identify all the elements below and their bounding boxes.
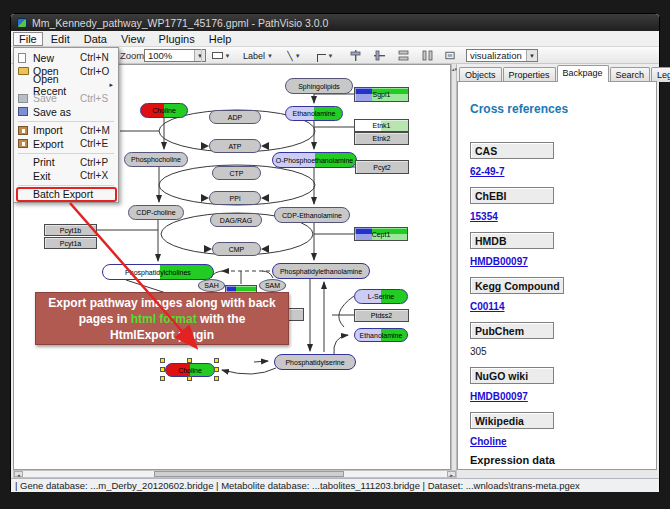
menu-item-new[interactable]: NewCtrl+N: [14, 51, 118, 65]
selection-handle[interactable]: [160, 367, 165, 372]
node-sphingolipids[interactable]: Sphingolipids: [285, 78, 353, 94]
xref-link[interactable]: C00114: [470, 301, 504, 312]
datanode-icon: [212, 52, 223, 59]
menu-item-save[interactable]: SaveCtrl+S: [14, 92, 118, 106]
selection-handle[interactable]: [214, 367, 219, 372]
chevron-down-icon[interactable]: ▼: [194, 50, 205, 61]
datanode-tool-button[interactable]: ▼: [207, 48, 235, 63]
chevron-down-icon[interactable]: ▼: [225, 53, 231, 59]
menu-file[interactable]: File: [13, 32, 43, 46]
hscroll-thumb[interactable]: [154, 471, 344, 477]
callout-highlight: html format: [131, 312, 197, 326]
xref-title: Kegg Compound: [470, 277, 564, 294]
side-panel: Objects Properties Backpage Search Legen…: [457, 64, 657, 470]
selection-handle[interactable]: [160, 376, 165, 381]
line-tool-button[interactable]: ╲ ▼: [281, 48, 307, 63]
menu-item-exit[interactable]: ExitCtrl+X: [14, 169, 118, 183]
selection-handle[interactable]: [187, 358, 192, 363]
app-icon: [17, 18, 27, 28]
screenshot-root: Mm_Kennedy_pathway_WP1771_45176.gpml - P…: [0, 0, 670, 509]
open-folder-icon: [18, 67, 29, 75]
node-sah[interactable]: SAH: [198, 279, 225, 292]
tab-properties[interactable]: Properties: [503, 67, 556, 82]
xref-link[interactable]: 62-49-7: [470, 166, 504, 177]
node-cmp[interactable]: CMP: [212, 242, 261, 256]
common-size-button[interactable]: [441, 48, 459, 63]
canvas-hscrollbar[interactable]: ◂ ▸: [13, 470, 457, 478]
node-ptdss2[interactable]: Ptdss2: [354, 309, 409, 322]
xref-link[interactable]: HMDB00097: [470, 256, 528, 267]
node-pcyt1b[interactable]: Pcyt1b: [44, 224, 97, 236]
menu-help[interactable]: Help: [203, 32, 238, 46]
align-horizontal-center-icon: [349, 49, 362, 62]
menu-edit[interactable]: Edit: [45, 32, 76, 46]
menu-item-save-as[interactable]: Save as: [14, 105, 118, 119]
tab-backpage[interactable]: Backpage: [557, 65, 609, 82]
status-bar: | Gene database: ...m_Derby_20120602.bri…: [11, 478, 659, 492]
node-gene-small[interactable]: [288, 308, 304, 321]
chevron-down-icon[interactable]: ▼: [526, 50, 537, 61]
selection-handle[interactable]: [160, 358, 165, 363]
align-vertical-center-button[interactable]: [369, 48, 389, 63]
node-choline-top[interactable]: Choline: [140, 103, 188, 118]
node-adp[interactable]: ADP: [209, 110, 261, 124]
xref-section-wikipedia: Wikipedia Choline: [470, 412, 554, 449]
node-cept1[interactable]: Cept1: [354, 227, 408, 241]
menu-item-import[interactable]: ImportCtrl+M: [14, 124, 118, 138]
xref-link[interactable]: Choline: [470, 436, 507, 447]
node-ethanolamine-bottom[interactable]: Ethanolamine: [354, 328, 408, 342]
zoom-combobox[interactable]: 100% ▼: [144, 49, 206, 62]
node-etnk2[interactable]: Etnk2: [354, 132, 409, 145]
cross-references-heading: Cross references: [470, 102, 568, 116]
stack-vertical-button[interactable]: [393, 48, 413, 63]
node-atp[interactable]: ATP: [209, 139, 261, 153]
menu-data[interactable]: Data: [78, 32, 113, 46]
node-phosphatidylethanolamine[interactable]: Phosphatidylethanolamine: [272, 263, 370, 279]
node-phosphatidylcholines[interactable]: Phosphatidylcholines: [102, 264, 214, 280]
selection-handle[interactable]: [214, 358, 219, 363]
xref-title: ChEBI: [470, 187, 554, 204]
xref-section-chebi: ChEBI 15354: [470, 187, 554, 224]
node-ctp[interactable]: CTP: [212, 166, 261, 180]
selection-handle[interactable]: [214, 376, 219, 381]
menu-bar: File Edit Data View Plugins Help: [11, 31, 659, 47]
node-pcyt2[interactable]: Pcyt2: [355, 160, 409, 174]
node-phosphocholine[interactable]: Phosphocholine: [124, 152, 188, 167]
title-bar[interactable]: Mm_Kennedy_pathway_WP1771_45176.gpml - P…: [11, 14, 659, 31]
menu-item-print[interactable]: PrintCtrl+P: [14, 156, 118, 170]
selection-handle[interactable]: [187, 376, 192, 381]
align-horizontal-center-button[interactable]: [345, 48, 365, 63]
node-dag[interactable]: DAG/RAG: [210, 213, 262, 227]
node-l-serine[interactable]: L-Serine: [354, 289, 408, 304]
node-ethanolamine-top[interactable]: Ethanolamine: [285, 106, 343, 121]
node-pcyt1a[interactable]: Pcyt1a: [44, 237, 97, 249]
scrollbar-row: ◂ ▸: [11, 470, 659, 478]
node-cdp-choline[interactable]: CDP-choline: [128, 205, 184, 220]
xref-link[interactable]: 15354: [470, 211, 498, 222]
node-cdp-ethanolamine[interactable]: CDP-Ethanolamine: [274, 207, 350, 223]
tab-search[interactable]: Search: [610, 67, 651, 82]
tab-objects[interactable]: Objects: [459, 67, 502, 82]
xref-link[interactable]: HMDB00097: [470, 391, 528, 402]
tab-legend[interactable]: Legend: [651, 67, 670, 82]
node-phosphatidylserine[interactable]: Phosphatidylserine: [274, 354, 356, 370]
node-sam[interactable]: SAM: [259, 279, 286, 292]
connector-tool-button[interactable]: ▼: [311, 48, 339, 63]
node-ppi[interactable]: PPi: [209, 191, 261, 205]
label-tool-button[interactable]: Label ▼: [239, 48, 277, 63]
node-sgpl1[interactable]: Sgpl1: [354, 87, 409, 102]
chevron-down-icon[interactable]: ▼: [295, 53, 301, 59]
menu-view[interactable]: View: [115, 32, 151, 46]
visualization-combobox[interactable]: visualization ▼: [466, 49, 538, 62]
chevron-down-icon[interactable]: ▼: [328, 53, 334, 59]
scroll-left-icon[interactable]: ◂: [14, 471, 23, 477]
menu-item-export[interactable]: ExportCtrl+E: [14, 137, 118, 151]
node-choline-selected[interactable]: Choline: [165, 363, 215, 377]
scroll-right-icon[interactable]: ▸: [447, 471, 456, 477]
chevron-down-icon[interactable]: ▼: [267, 53, 273, 59]
menu-item-open-recent[interactable]: Open Recent ▸: [14, 78, 118, 92]
menu-plugins[interactable]: Plugins: [153, 32, 201, 46]
node-o-phosphoethanolamine[interactable]: O-Phosphoethanolamine: [272, 152, 357, 168]
stack-horizontal-button[interactable]: [417, 48, 437, 63]
node-etnk1[interactable]: Etnk1: [354, 119, 409, 132]
